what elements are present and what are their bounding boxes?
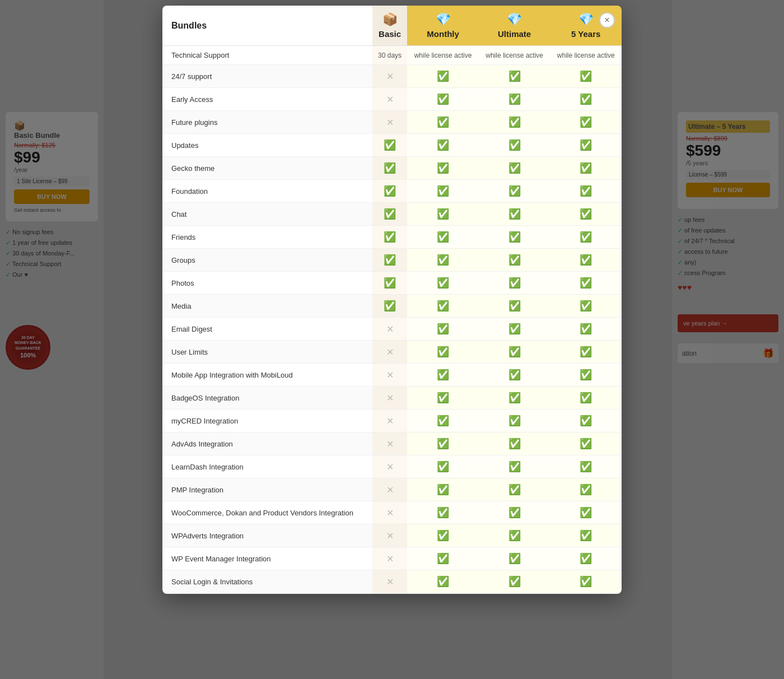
5years-cell: ✅ [550,524,622,547]
check-icon: ✅ [580,117,592,128]
monthly-cell: ✅ [407,180,479,203]
check-icon: ✅ [437,185,449,197]
check-icon: ✅ [508,185,521,197]
cross-icon: ✕ [386,508,394,518]
ultimate-cell: ✅ [479,203,550,226]
monthly-cell: ✅ [407,295,479,318]
support-text: while license active [414,52,472,59]
check-icon: ✅ [437,71,449,82]
cross-icon: ✕ [386,370,394,380]
check-icon: ✅ [508,484,521,495]
basic-cell: ✕ [372,524,407,547]
ultimate-cell: ✅ [479,295,550,318]
monthly-cell: ✅ [407,455,479,478]
cross-icon: ✕ [386,577,394,587]
check-icon: ✅ [580,185,592,197]
check-icon: ✅ [384,208,396,220]
feature-name-cell: Friends [162,226,372,249]
monthly-cell: while license active [407,46,479,65]
check-icon: ✅ [580,553,592,564]
basic-cell: ✕ [372,547,407,570]
5years-cell: ✅ [550,180,622,203]
table-row: PMP Integration✕✅✅✅ [162,478,622,501]
feature-name-cell: AdvAds Integration [162,432,372,455]
check-icon: ✅ [580,231,592,243]
ultimate-cell: ✅ [479,65,550,88]
table-row: Mobile App Integration with MobiLoud✕✅✅✅ [162,364,622,387]
check-icon: ✅ [580,139,592,151]
check-icon: ✅ [508,208,521,220]
cross-icon: ✕ [386,393,394,403]
ultimate-cell: ✅ [479,318,550,341]
ultimate-cell: ✅ [479,570,550,593]
check-icon: ✅ [437,254,449,266]
5years-cell: ✅ [550,272,622,295]
check-icon: ✅ [508,438,521,449]
monthly-cell: ✅ [407,593,479,594]
table-row: Media✅✅✅✅ [162,295,622,318]
basic-cell: ✕ [372,341,407,364]
check-icon: ✅ [384,139,396,151]
table-row: myCRED Integration✕✅✅✅ [162,410,622,432]
basic-cell: ✕ [372,455,407,478]
5years-plan-name: 5 Years [571,29,600,39]
check-icon: ✅ [580,277,592,289]
table-row: 24/7 support✕✅✅✅ [162,65,622,88]
check-icon: ✅ [508,117,521,128]
5years-cell: ✅ [550,501,622,524]
basic-plan-name: Basic [379,29,401,39]
ultimate-cell: ✅ [479,364,550,387]
check-icon: ✅ [580,162,592,174]
table-row: Updates✅✅✅✅ [162,134,622,157]
feature-name-cell: PMP Integration [162,478,372,501]
check-icon: ✅ [437,438,449,449]
comparison-modal: × Bundles 📦 Basic 💎 Monthly [162,6,622,594]
check-icon: ✅ [580,438,592,449]
check-icon: ✅ [580,323,592,334]
check-icon: ✅ [437,415,449,426]
table-row: Easy Digital Downloads Integration✕✅✅✅ [162,593,622,594]
table-row: Social Login & Invitations✕✅✅✅ [162,570,622,593]
monthly-cell: ✅ [407,570,479,593]
table-row: Photos✅✅✅✅ [162,272,622,295]
check-icon: ✅ [580,461,592,472]
check-icon: ✅ [580,530,592,541]
basic-cell: ✅ [372,295,407,318]
basic-cell: ✕ [372,65,407,88]
monthly-cell: ✅ [407,203,479,226]
monthly-cell: ✅ [407,501,479,524]
ultimate-cell: ✅ [479,432,550,455]
check-icon: ✅ [384,162,396,174]
feature-name-cell: Updates [162,134,372,157]
monthly-cell: ✅ [407,478,479,501]
5years-cell: ✅ [550,341,622,364]
monthly-cell: ✅ [407,432,479,455]
feature-name-cell: Email Digest [162,318,372,341]
feature-name-cell: Media [162,295,372,318]
cross-icon: ✕ [386,462,394,472]
table-row: LearnDash Integration✕✅✅✅ [162,455,622,478]
monthly-cell: ✅ [407,341,479,364]
feature-name-cell: Chat [162,203,372,226]
5years-cell: ✅ [550,432,622,455]
cross-icon: ✕ [386,324,394,334]
ultimate-cell: ✅ [479,593,550,594]
feature-name-cell: WPAdverts Integration [162,524,372,547]
check-icon: ✅ [384,277,396,289]
check-icon: ✅ [437,461,449,472]
basic-cell: ✕ [372,88,407,111]
ultimate-cell: while license active [479,46,550,65]
check-icon: ✅ [580,369,592,380]
cross-icon: ✕ [386,485,394,495]
check-icon: ✅ [384,185,396,197]
basic-cell: ✕ [372,593,407,594]
check-icon: ✅ [508,553,521,564]
monthly-cell: ✅ [407,111,479,134]
check-icon: ✅ [580,71,592,82]
basic-cell: ✕ [372,501,407,524]
check-icon: ✅ [508,94,521,105]
close-button[interactable]: × [599,12,615,28]
check-icon: ✅ [508,277,521,289]
5years-cell: ✅ [550,547,622,570]
check-icon: ✅ [437,231,449,243]
